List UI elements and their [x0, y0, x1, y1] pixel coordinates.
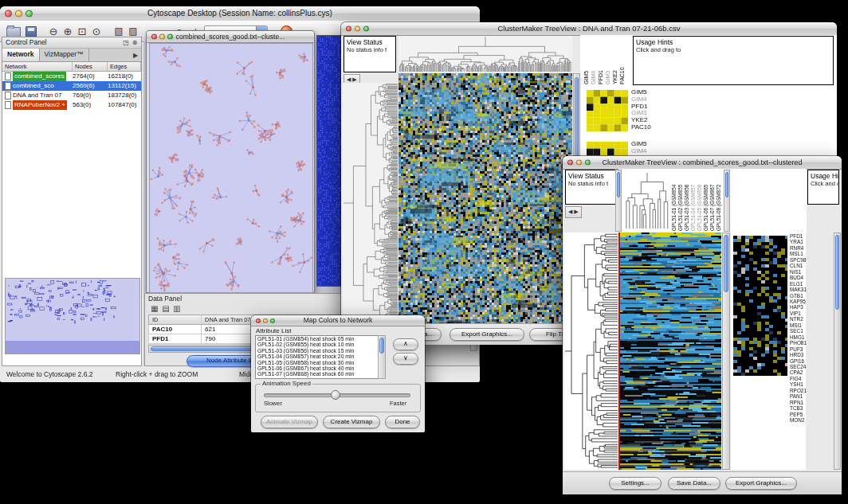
attribute-item[interactable]: GPL51-02 (GSM855) heat shock 10 min: [256, 342, 378, 347]
network-row[interactable]: DNA and Tran 07 769(0) 183728(0): [2, 91, 141, 100]
window-controls[interactable]: [346, 26, 369, 32]
gene-name[interactable]: GTB1: [790, 293, 814, 299]
gene-name[interactable]: VIP1: [790, 311, 814, 316]
attribute-list[interactable]: GPL51-01 (GSM854) heat shock 05 minGPL51…: [255, 335, 386, 379]
save-data-button[interactable]: Save Data...: [668, 477, 720, 490]
network-view-canvas[interactable]: [149, 43, 313, 293]
zoom-button[interactable]: [270, 318, 275, 323]
gene-name[interactable]: BUD4: [790, 275, 814, 280]
export-graphics-button[interactable]: Export Graphics...: [725, 477, 797, 490]
gene-name[interactable]: RNR4: [790, 245, 814, 251]
tab-overflow-icon[interactable]: ▶: [132, 51, 139, 60]
gene-name[interactable]: GPI16: [790, 358, 814, 364]
attribute-item[interactable]: GPL51-06 (GSM867) heat shock 40 min: [256, 365, 378, 371]
gene-name[interactable]: HRD3: [790, 352, 814, 357]
zoom-button[interactable]: [585, 160, 591, 166]
close-button[interactable]: [567, 160, 573, 166]
gene-name[interactable]: CPA2: [790, 369, 814, 375]
treeview-combined-titlebar[interactable]: ClusterMaker TreeView : combined_scores_…: [563, 156, 842, 170]
gene-name[interactable]: PEP5: [790, 412, 814, 417]
zoom-button[interactable]: [363, 26, 369, 32]
window-controls[interactable]: [256, 318, 275, 323]
tab-vizmapper[interactable]: VizMapper™: [40, 49, 89, 61]
zoom-button[interactable]: [167, 34, 173, 40]
network-view-titlebar[interactable]: combined_scores_good.txt--cluste...: [147, 31, 314, 43]
attribute-item[interactable]: GPL51-04 (GSM857) heat shock 20 min: [256, 354, 378, 359]
gene-dendrogram[interactable]: [343, 83, 398, 323]
expression-heatmap[interactable]: [398, 73, 572, 323]
edge-attr-table-icon[interactable]: ▤: [161, 304, 171, 314]
zoom-heatmap[interactable]: [733, 236, 787, 376]
nav-left-icon[interactable]: ◀: [347, 76, 351, 82]
minimize-button[interactable]: [576, 160, 582, 166]
background-network-window[interactable]: [316, 35, 344, 287]
gene-name[interactable]: SEC1: [790, 328, 814, 334]
close-panel-icon[interactable]: ⊗: [131, 38, 139, 47]
network-row-selected[interactable]: combined_sco 2569(6) 13112(15): [2, 81, 141, 91]
column-dendrogram[interactable]: [623, 172, 671, 229]
attribute-item[interactable]: GPL51-03 (GSM856) heat shock 15 min: [256, 348, 378, 354]
nav-right-icon[interactable]: ▶: [352, 76, 356, 82]
gene-list-vscrollbar[interactable]: [834, 232, 841, 470]
gene-name[interactable]: YSH1: [790, 381, 814, 387]
node-attr-table-icon[interactable]: ▦: [150, 304, 159, 314]
header-left-scrollbar[interactable]: [615, 170, 622, 232]
dialog-titlebar[interactable]: Map Colors to Network: [251, 315, 425, 326]
move-up-button[interactable]: ∧: [393, 338, 418, 350]
attribute-list-scrollbar[interactable]: [378, 335, 386, 379]
network-overview-thumbnail[interactable]: [5, 278, 140, 354]
tree-nav-control[interactable]: ◀ ▶: [565, 206, 582, 218]
save-session-icon[interactable]: [26, 26, 37, 37]
header-right-scrollbar[interactable]: [724, 170, 730, 232]
scroll-thumb[interactable]: [725, 172, 728, 197]
column-dendrogram[interactable]: [398, 36, 572, 72]
scroll-thumb[interactable]: [379, 338, 384, 354]
gene-name[interactable]: HMG1: [790, 334, 814, 340]
attribute-item[interactable]: GPL51-01 (GSM854) heat shock 05 min: [256, 336, 378, 342]
gene-name[interactable]: SEC24: [790, 364, 814, 369]
nav-left-icon[interactable]: ◀: [568, 209, 572, 214]
export-graphics-button[interactable]: Export Graphics...: [450, 328, 524, 341]
animate-vizmap-button[interactable]: Animate Vizmap: [261, 416, 318, 428]
move-down-button[interactable]: ∨: [393, 353, 418, 365]
minimize-button[interactable]: [159, 34, 165, 40]
gene-name[interactable]: PHO81: [790, 340, 814, 346]
gene-name[interactable]: MAK31: [790, 287, 814, 292]
gene-name[interactable]: RPO21: [790, 388, 814, 393]
attribute-item[interactable]: GPL51-05 (GSM858) heat shock 30 min: [256, 360, 378, 365]
heatmap-vscrollbar[interactable]: [722, 232, 730, 470]
minimize-button[interactable]: [355, 26, 360, 32]
gene-name[interactable]: HAP3: [790, 304, 814, 310]
network-row[interactable]: combined_scores 2764(0) 16218(0): [2, 72, 141, 81]
zoom-button[interactable]: [26, 10, 33, 18]
scroll-thumb[interactable]: [617, 172, 620, 197]
correlation-matrix[interactable]: [587, 90, 628, 131]
close-button[interactable]: [151, 34, 157, 40]
minimize-button[interactable]: [15, 10, 22, 18]
close-button[interactable]: [256, 318, 261, 323]
gene-name[interactable]: PFD1: [790, 233, 814, 239]
main-titlebar[interactable]: Cytoscape Desktop (Session Name: collins…: [0, 6, 480, 21]
treeview-dna-titlebar[interactable]: ClusterMaker TreeView : DNA and Tran 07-…: [341, 22, 837, 36]
gene-name[interactable]: PAN1: [790, 393, 814, 399]
gene-name[interactable]: CLN1: [790, 263, 814, 268]
close-button[interactable]: [5, 10, 12, 18]
gene-name[interactable]: ELG1: [790, 281, 814, 287]
gene-name[interactable]: MSI1: [790, 322, 814, 328]
scroll-thumb[interactable]: [724, 235, 728, 292]
gene-name[interactable]: SPC98: [790, 257, 814, 263]
window-controls[interactable]: [5, 10, 33, 18]
gene-name[interactable]: NTR2: [790, 316, 814, 322]
gene-name[interactable]: RPN1: [790, 400, 814, 405]
settings-button[interactable]: Settings...: [609, 477, 662, 490]
gene-name[interactable]: NIS1: [790, 269, 814, 275]
close-button[interactable]: [346, 26, 351, 32]
done-button[interactable]: Done: [385, 416, 420, 428]
window-controls[interactable]: [151, 34, 173, 40]
tab-network[interactable]: Network: [2, 49, 40, 61]
minimize-button[interactable]: [263, 318, 268, 323]
gene-name[interactable]: PUF3: [790, 346, 814, 352]
network-attr-table-icon[interactable]: ▥: [172, 304, 182, 314]
gene-dendrogram[interactable]: [564, 232, 618, 470]
gene-name[interactable]: MON2: [790, 417, 814, 423]
